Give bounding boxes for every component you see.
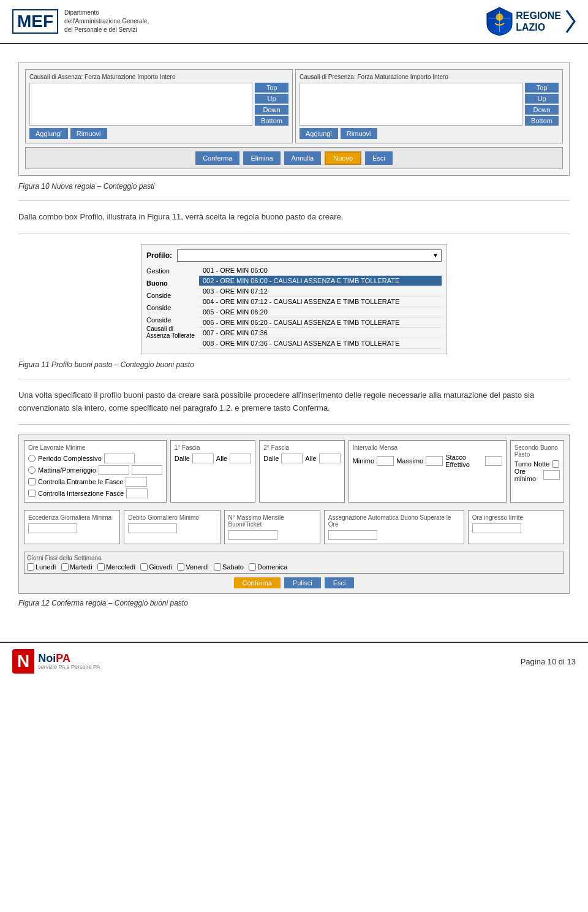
panel-left-actions: Aggiungi Rimuovi xyxy=(29,128,288,139)
fascia1-alle-label: Alle xyxy=(216,455,227,462)
fascia1-dalle-input[interactable] xyxy=(192,454,214,463)
fascia2-alle-input[interactable] xyxy=(319,454,341,463)
mattina-input2[interactable] xyxy=(132,465,162,475)
gestion-label: Gestion xyxy=(146,265,195,276)
turno-notte-row: Turno Notte xyxy=(514,460,560,468)
controlla-entrambe-input[interactable] xyxy=(126,477,147,487)
periodo-input[interactable] xyxy=(104,454,135,463)
form-middle-row: Eccedenza Giornaliera Minima Debito Gior… xyxy=(24,510,564,548)
noipa-logo: N NoiPA servizio PA a Persone PA xyxy=(12,649,100,674)
giorno-checkbox-lunedì[interactable] xyxy=(27,563,34,571)
ore-lavorate-options: Periodo Complessivo Mattina/Pomeriggio C… xyxy=(28,454,162,498)
secondo-title: Secondo Buono Pasto xyxy=(514,444,560,458)
stacco-input[interactable] xyxy=(485,456,502,466)
giorno-checkbox-sabato[interactable] xyxy=(214,563,221,571)
panel-right-aggiungi-button[interactable]: Aggiungi xyxy=(300,128,338,139)
divider2 xyxy=(18,234,570,234)
mattina-radio[interactable] xyxy=(28,466,36,474)
dropdown-list: 001 - ORE MIN 06:00002 - ORE MIN 06:00 -… xyxy=(199,265,442,349)
dropdown-arrow-icon: ▼ xyxy=(432,252,439,259)
figure11-label: Figura 11 Profilo buoni pasto – Conteggi… xyxy=(18,360,570,369)
fascia1-dalle-row: Dalle Alle xyxy=(175,454,251,463)
giorno-giovedì: Giovedì xyxy=(140,563,172,571)
nmassimo-label: N° Massimo Mensile Buoni/Ticket xyxy=(228,514,316,528)
panel-left-down-button[interactable]: Down xyxy=(255,105,288,115)
form12-pulisci-button[interactable]: Pulisci xyxy=(284,577,321,588)
elimina-button[interactable]: Elimina xyxy=(243,151,280,165)
fascia1-alle-input[interactable] xyxy=(230,454,251,463)
eccedenza-input[interactable] xyxy=(28,523,77,533)
eccedenza-label: Eccedenza Giornaliera Minima xyxy=(28,514,116,521)
panel-left-rimuovi-button[interactable]: Rimuovi xyxy=(70,128,107,139)
figure10-box: Causali di Assenza: Forza Maturazione Im… xyxy=(18,63,570,176)
conferma-button[interactable]: Conferma xyxy=(195,151,239,165)
secondo-section: Secondo Buono Pasto Turno Notte Ore mini… xyxy=(510,440,564,503)
periodo-row: Periodo Complessivo xyxy=(28,454,162,463)
regione-logo: REGIONELAZIO xyxy=(486,6,576,37)
giorno-checkbox-martedì[interactable] xyxy=(61,563,69,571)
intervallo-section: Intervallo Mensa Minimo Massimo Stacco E… xyxy=(349,440,507,503)
minimo-label: Minimo xyxy=(353,457,374,465)
nuovo-button[interactable]: Nuovo xyxy=(325,151,361,165)
paragraph2: Una volta specificato il profilo buoni p… xyxy=(18,389,570,415)
ore-minimo-input[interactable] xyxy=(543,470,560,480)
panel-left-bottom-button[interactable]: Bottom xyxy=(255,116,288,126)
panel-left-top-button[interactable]: Top xyxy=(255,83,288,93)
profilo-select[interactable]: ▼ xyxy=(177,249,442,262)
panel-left-aggiungi-button[interactable]: Aggiungi xyxy=(29,128,68,139)
causali-label: Causali di Assenza Tollerate xyxy=(146,327,195,338)
ora-ingresso-label: Ora ingresso limite xyxy=(472,514,560,521)
giorno-checkbox-mercoledì[interactable] xyxy=(97,563,105,571)
regione-lazio-text: REGIONELAZIO xyxy=(516,10,561,33)
panel-left-up-button[interactable]: Up xyxy=(255,94,288,104)
fascia2-dalle-row: Dalle Alle xyxy=(263,454,340,463)
debito-input[interactable] xyxy=(128,523,177,533)
panel-right-down-button[interactable]: Down xyxy=(525,105,559,115)
massimo-input[interactable] xyxy=(426,456,443,466)
panel-right: Causali di Presenza: Forza Maturazione I… xyxy=(295,69,563,143)
periodo-radio[interactable] xyxy=(28,455,36,462)
controlla-intersezione-checkbox[interactable] xyxy=(28,490,36,497)
buono-label: Buono xyxy=(146,278,195,289)
controlla-intersezione-input[interactable] xyxy=(126,488,148,498)
minimo-input[interactable] xyxy=(377,456,394,466)
assegnazione-label: Assegnazione Automatica Buono Superate l… xyxy=(328,514,460,528)
mattina-input1[interactable] xyxy=(99,465,129,475)
periodo-label: Periodo Complessivo xyxy=(38,455,102,462)
page-number: Pagina 10 di 13 xyxy=(521,657,576,666)
assegnazione-input[interactable] xyxy=(328,530,377,540)
fascia1-section: 1° Fascia Dalle Alle xyxy=(170,440,255,503)
panel-right-top-button[interactable]: Top xyxy=(525,83,559,93)
panel-right-content: Top Up Down Bottom xyxy=(300,83,559,126)
turno-notte-label: Turno Notte xyxy=(514,460,550,468)
panel-right-list xyxy=(300,83,522,126)
debito-section: Debito Giornaliero Minimo xyxy=(124,510,220,544)
annulla-button[interactable]: Annulla xyxy=(284,151,322,165)
turno-notte-checkbox[interactable] xyxy=(552,460,559,468)
form12-confirma-button[interactable]: Conferma xyxy=(234,577,281,588)
intervallo-row: Minimo Massimo Stacco Effettivo xyxy=(353,454,502,468)
page-header: MEF Dipartimento dell'Amministrazione Ge… xyxy=(0,0,588,44)
giorno-checkbox-venerdì[interactable] xyxy=(177,563,184,571)
paragraph1: Dalla combo box Profilo, illustrata in F… xyxy=(18,211,570,224)
giorno-checkbox-giovedì[interactable] xyxy=(140,563,148,571)
form-top-row: Ore Lavorate Minime Periodo Complessivo … xyxy=(24,440,564,506)
figure10-toolbar: Conferma Elimina Annulla Nuovo Esci xyxy=(25,147,563,169)
panel-right-rimuovi-button[interactable]: Rimuovi xyxy=(341,128,377,139)
esci-button[interactable]: Esci xyxy=(365,151,393,165)
fascia2-dalle-input[interactable] xyxy=(281,454,303,463)
ore-minimo-row: Ore minimo xyxy=(514,468,560,482)
panel-right-up-button[interactable]: Up xyxy=(525,94,559,104)
ora-ingresso-section: Ora ingresso limite xyxy=(468,510,564,544)
controlla-entrambe-checkbox[interactable] xyxy=(28,478,36,485)
figure11-box: Profilo: ▼ Gestion Buono Conside Conside… xyxy=(141,244,447,354)
form12-esci-button[interactable]: Esci xyxy=(325,577,355,588)
panel-right-bottom-button[interactable]: Bottom xyxy=(525,116,559,126)
fascia1-title: 1° Fascia xyxy=(175,444,251,451)
controlla-intersezione-row: Controlla Intersezione Fasce xyxy=(28,488,162,498)
giorno-checkbox-domenica[interactable] xyxy=(249,563,256,571)
ora-ingresso-input[interactable] xyxy=(472,523,521,533)
form12-toolbar: Conferma Pulisci Esci xyxy=(24,577,564,588)
nmassimo-input[interactable] xyxy=(228,530,277,540)
header-right: REGIONELAZIO xyxy=(486,6,576,37)
